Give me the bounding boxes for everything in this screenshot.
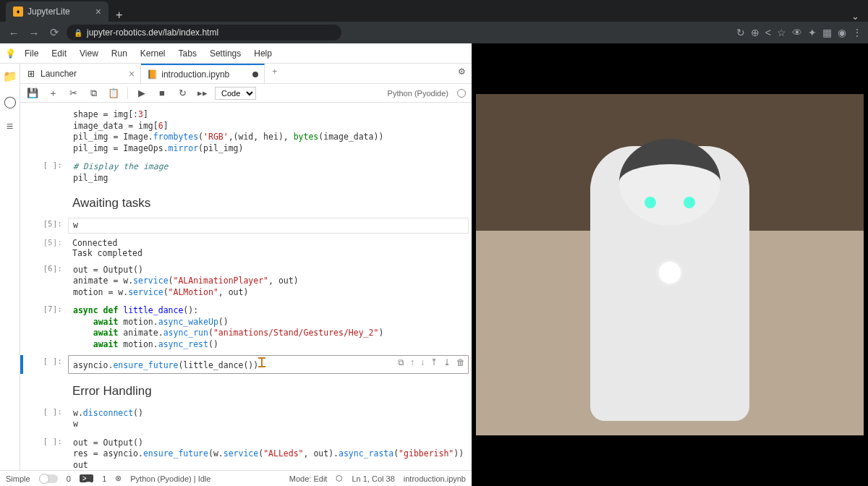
status-count-0: 0 (67, 474, 71, 483)
close-icon[interactable]: × (95, 6, 101, 17)
code-cell-active[interactable]: [ ]: ⧉ ↑ ↓ ⤒ ⤓ 🗑 asyncio.ensure_future(l… (20, 354, 472, 375)
kernel-status-icon[interactable] (457, 89, 466, 98)
browser-toolbar: ← → ⟳ 🔒 jupyter-robotics.dev/lab/index.h… (0, 22, 868, 43)
update-icon[interactable]: ↻ (736, 27, 745, 38)
jupyter-logo-icon[interactable]: 💡 (3, 48, 17, 59)
status-count-1: 1 (102, 474, 106, 483)
tab-title: JupyterLite (27, 7, 70, 17)
cell-prompt: [ ]: (23, 406, 68, 432)
simple-mode-label: Simple (6, 474, 30, 483)
cell-action-toolbar: ⧉ ↑ ↓ ⤒ ⤓ 🗑 (398, 357, 465, 367)
notebook-body[interactable]: shape = img[:3] image_data = img[6] pil_… (20, 103, 472, 470)
eye-icon[interactable]: 👁 (792, 27, 802, 38)
menu-settings[interactable]: Settings (204, 47, 247, 60)
video-feed-pane (472, 43, 868, 486)
file-browser-icon[interactable]: 📁 (3, 69, 17, 83)
cell-prompt: [ ]: (23, 355, 68, 374)
menu-bar: 💡 File Edit View Run Kernel Tabs Setting… (0, 43, 472, 64)
browser-tab[interactable]: ♦ JupyterLite × (6, 1, 109, 22)
back-icon[interactable]: ← (6, 27, 22, 39)
tabs-dropdown-icon[interactable]: ⌄ (843, 11, 868, 22)
reload-icon[interactable]: ⟳ (46, 26, 62, 39)
file-tabs: ⊞ Launcher × 📙 introduction.ipynb + ⚙ (20, 64, 472, 84)
menu-icon[interactable]: ⋮ (852, 27, 862, 38)
text-cursor-icon (258, 357, 265, 368)
cell-prompt (23, 107, 68, 156)
code-content[interactable]: async def little_dance(): await motion.a… (69, 304, 468, 351)
running-icon[interactable]: ◯ (4, 95, 17, 108)
menu-kernel[interactable]: Kernel (135, 47, 171, 60)
terminal-icon[interactable]: >_ (80, 474, 93, 482)
code-cell[interactable]: [ ]: w.disconnect() w (20, 404, 472, 434)
cell-output: [5]: Connected Task completed (20, 235, 472, 261)
cell-prompt: [ ]: (23, 159, 68, 186)
code-cell[interactable]: [7]: async def little_dance(): await mot… (20, 302, 472, 354)
kernel-name[interactable]: Python (Pyodide) (388, 89, 448, 98)
notebook-icon: 📙 (147, 69, 157, 80)
code-cell[interactable]: shape = img[:3] image_data = img[6] pil_… (20, 106, 472, 158)
duplicate-icon[interactable]: ⧉ (398, 357, 404, 367)
notebook-tab[interactable]: 📙 introduction.ipynb (141, 64, 265, 83)
cut-icon[interactable]: ✂ (65, 88, 81, 98)
apps-icon[interactable]: ▦ (822, 27, 832, 38)
run-icon[interactable]: ▶ (134, 88, 150, 98)
extension-icon[interactable]: ✦ (808, 27, 817, 38)
code-cell[interactable]: [5]: w (20, 216, 472, 235)
insert-above-icon[interactable]: ⤒ (430, 357, 438, 367)
notebook-tab-label: introduction.ipynb (161, 69, 229, 80)
code-cell[interactable]: [6]: out = Output() animate = w.service(… (20, 261, 472, 302)
cell-type-select[interactable]: Code (215, 87, 256, 100)
code-content[interactable]: w (69, 218, 468, 233)
save-icon[interactable]: 💾 (25, 88, 41, 98)
menu-help[interactable]: Help (248, 47, 278, 60)
menu-view[interactable]: View (74, 47, 104, 60)
stop-icon[interactable]: ■ (154, 88, 170, 98)
code-content[interactable]: w.disconnect() w (69, 406, 468, 432)
star-icon[interactable]: ☆ (777, 27, 786, 38)
menu-edit[interactable]: Edit (46, 47, 72, 60)
settings-gear-icon[interactable]: ⚙ (452, 64, 472, 83)
share-icon[interactable]: < (765, 27, 771, 38)
markdown-cell[interactable]: Awaiting tasks (20, 187, 472, 216)
left-sidebar: 📁 ◯ ≡ (0, 64, 20, 470)
restart-icon[interactable]: ↻ (174, 88, 190, 98)
insert-below-icon[interactable]: ⤓ (443, 357, 451, 367)
notification-icon[interactable]: ⬡ (336, 474, 343, 483)
browser-chrome: ♦ JupyterLite × + ⌄ ← → ⟳ 🔒 jupyter-robo… (0, 0, 868, 43)
forward-icon[interactable]: → (26, 27, 42, 39)
menu-tabs[interactable]: Tabs (173, 47, 203, 60)
add-tab-button[interactable]: + (265, 64, 284, 83)
output-text: Connected Task completed (68, 236, 469, 260)
status-kernel[interactable]: Python (Pyodide) | Idle (130, 474, 210, 483)
code-content[interactable]: # Display the image pil_img (69, 160, 468, 185)
new-tab-button[interactable]: + (109, 9, 129, 22)
code-content[interactable]: shape = img[:3] image_data = img[6] pil_… (69, 108, 468, 155)
paste-icon[interactable]: 📋 (106, 88, 122, 98)
launcher-tab[interactable]: ⊞ Launcher × (20, 64, 141, 83)
launcher-icon: ⊞ (26, 69, 36, 79)
delete-icon[interactable]: 🗑 (456, 357, 465, 367)
jupyter-pane: 💡 File Edit View Run Kernel Tabs Setting… (0, 43, 472, 486)
code-cell[interactable]: [ ]: # Display the image pil_img (20, 158, 472, 187)
menu-file[interactable]: File (19, 47, 44, 60)
run-all-icon[interactable]: ▸▸ (195, 88, 210, 98)
close-icon[interactable]: × (129, 68, 135, 80)
add-cell-icon[interactable]: ＋ (45, 87, 61, 100)
zoom-icon[interactable]: ⊕ (751, 27, 760, 38)
url-bar[interactable]: 🔒 jupyter-robotics.dev/lab/index.html (67, 25, 341, 40)
panel-icon[interactable]: ⊗ (115, 474, 122, 483)
simple-mode-toggle[interactable] (39, 474, 58, 483)
copy-icon[interactable]: ⧉ (85, 88, 101, 99)
code-content[interactable]: out = Output() animate = w.service("ALAn… (69, 263, 468, 300)
move-down-icon[interactable]: ↓ (420, 357, 425, 367)
code-content[interactable]: out = Output() res = asyncio.ensure_futu… (69, 436, 468, 470)
markdown-cell[interactable]: Error Handling (20, 375, 472, 404)
code-cell[interactable]: [ ]: out = Output() res = asyncio.ensure… (20, 434, 472, 470)
profile-icon[interactable]: ◉ (838, 27, 846, 38)
move-up-icon[interactable]: ↑ (410, 357, 414, 367)
browser-tabs-row: ♦ JupyterLite × + ⌄ (0, 0, 868, 22)
menu-run[interactable]: Run (106, 47, 133, 60)
cell-prompt: [5]: (23, 218, 68, 234)
toc-icon[interactable]: ≡ (7, 120, 13, 133)
launcher-tab-label: Launcher (41, 69, 77, 79)
